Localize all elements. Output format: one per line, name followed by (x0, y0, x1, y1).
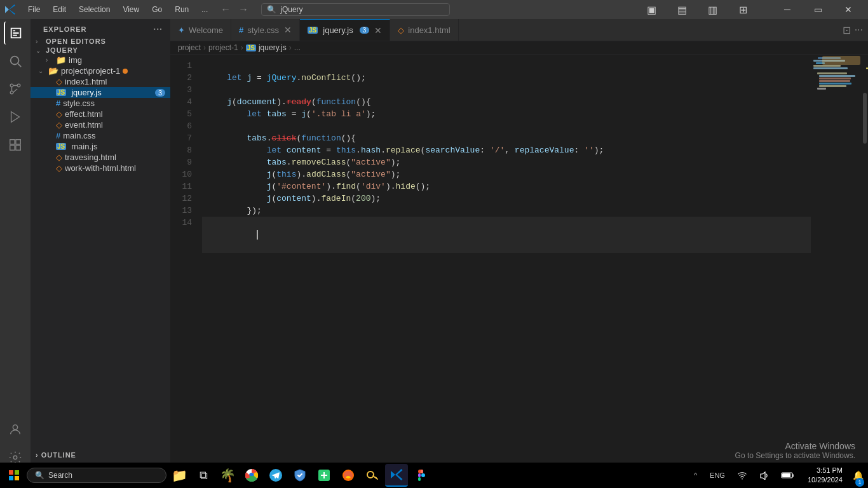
tab-actions: ⊡ ··· (837, 19, 868, 41)
svg-point-25 (421, 473, 425, 477)
outline-header[interactable]: › OUTLINE (31, 449, 170, 461)
breadcrumb-project1[interactable]: project-1 (208, 43, 238, 52)
taskbar-tray-arrow[interactable]: ^ (689, 463, 702, 488)
svg-point-10 (13, 425, 17, 430)
activity-extensions[interactable] (4, 133, 27, 156)
close-jqueryjs-icon[interactable]: ✕ (374, 25, 382, 36)
close-button[interactable]: ✕ (834, 0, 863, 19)
tree-item-jqueryjs[interactable]: JS jquery.js 3 (31, 87, 170, 98)
menu-go[interactable]: Go (147, 4, 167, 15)
taskbar-lang[interactable]: ENG (705, 463, 730, 488)
svg-rect-24 (418, 473, 421, 477)
breadcrumb-jqueryjs[interactable]: jquery.js (259, 43, 287, 52)
sidebar-more-icon[interactable]: ··· (153, 24, 163, 34)
svg-marker-5 (11, 112, 20, 123)
layout-right-icon[interactable]: ▥ (698, 0, 727, 19)
more-actions-icon[interactable]: ··· (855, 24, 863, 36)
taskbar-notification[interactable]: 🔔 1 (850, 463, 865, 488)
activity-source-control[interactable] (4, 78, 27, 100)
taskbar-task-view[interactable]: ⧉ (192, 464, 215, 487)
editor-scrollbar[interactable] (862, 55, 868, 474)
sidebar-icons: ··· (153, 24, 163, 34)
activity-account[interactable] (4, 418, 27, 441)
main-layout: EXPLORER ··· › OPEN EDITORS ⌄ JQUERY › 📁… (0, 19, 868, 474)
taskbar-keepass[interactable] (361, 464, 384, 487)
code-line-2: let j = jQuery.noConflict(); (202, 72, 811, 84)
breadcrumb-project[interactable]: project (178, 43, 201, 52)
svg-point-2 (10, 84, 13, 87)
tab-welcome[interactable]: ✦ Welcome (170, 19, 231, 41)
maximize-button[interactable]: ▭ (803, 0, 832, 19)
menu-more[interactable]: ... (196, 4, 213, 15)
breadcrumb: project › project-1 › JS jquery.js › ... (170, 41, 868, 55)
code-editor[interactable]: 12345 678910 11121314 let j = jQuery.noC… (170, 55, 868, 474)
taskbar-network-icon[interactable] (733, 463, 752, 488)
menu-edit[interactable]: Edit (48, 4, 71, 15)
taskbar-battery-icon[interactable] (776, 463, 800, 488)
taskbar-vscode[interactable] (385, 464, 408, 487)
close-stylecss-icon[interactable]: ✕ (284, 25, 292, 35)
activity-search[interactable] (4, 50, 27, 72)
titlebar: File Edit Selection View Go Run ... ← → … (0, 0, 868, 19)
activity-run-debug[interactable] (4, 105, 27, 128)
menu-view[interactable]: View (118, 4, 144, 15)
code-content[interactable]: let j = jQuery.noConflict(); j(document)… (202, 55, 811, 474)
taskbar-security[interactable] (288, 464, 311, 487)
svg-rect-9 (16, 146, 20, 150)
sidebar-title: EXPLORER ··· (31, 19, 170, 37)
split-editor-icon[interactable]: ⊡ (843, 24, 851, 36)
taskbar-search-icon: 🔍 (35, 471, 44, 480)
svg-point-22 (367, 471, 374, 478)
taskbar-clock[interactable]: 3:51 PM 10/29/2024 (803, 466, 848, 485)
layout-sidebar-icon[interactable]: ▣ (637, 0, 666, 19)
taskbar-app1[interactable]: 🌴 (216, 464, 239, 487)
code-line-13: }); (202, 205, 811, 217)
svg-rect-13 (15, 470, 19, 475)
menu-run[interactable]: Run (170, 4, 194, 15)
tree-item-effecthtml[interactable]: ◇ effect.html (31, 109, 170, 119)
code-line-12: j(content).fadeIn(200); (202, 193, 811, 205)
svg-rect-7 (16, 140, 20, 144)
svg-line-1 (18, 64, 21, 67)
menu-file[interactable]: File (23, 4, 45, 15)
tree-item-index1html[interactable]: ◇ index1.html (31, 76, 170, 87)
minimize-button[interactable]: ─ (773, 0, 802, 19)
breadcrumb-more[interactable]: ... (294, 43, 301, 52)
tree-item-workwithhtmlhtml[interactable]: ◇ work-with-html.html (31, 163, 170, 173)
taskbar-telegram[interactable] (264, 464, 287, 487)
nav-back-button[interactable]: ← (218, 4, 233, 15)
code-line-9: tabs.removeClass("active"); (202, 156, 811, 168)
tree-item-project[interactable]: ⌄ 📂 project\project-1 (31, 65, 170, 76)
open-editors-header[interactable]: › OPEN EDITORS (31, 37, 170, 46)
tree-item-mainjs[interactable]: JS main.js (31, 141, 170, 152)
start-button[interactable] (3, 464, 25, 487)
search-bar[interactable]: 🔍 (261, 3, 449, 16)
layout-grid-icon[interactable]: ⊞ (728, 0, 757, 19)
tab-jqueryjs[interactable]: JS jquery.js 3 ✕ (300, 19, 390, 41)
menu-bar: File Edit Selection View Go Run ... (23, 4, 213, 15)
search-input[interactable] (280, 5, 444, 14)
scrollbar-thumb[interactable] (863, 93, 867, 144)
taskbar-figma[interactable] (409, 464, 432, 487)
tab-stylecss[interactable]: # style.css ✕ (231, 19, 300, 41)
taskbar-sound-icon[interactable] (754, 463, 773, 488)
tab-index1html[interactable]: ◇ index1.html (390, 19, 458, 41)
nav-forward-button[interactable]: → (236, 4, 251, 15)
taskbar-search-label: Search (48, 471, 72, 480)
layout-panel-icon[interactable]: ▤ (667, 0, 696, 19)
menu-selection[interactable]: Selection (74, 4, 115, 15)
tree-item-eventhtml[interactable]: ◇ event.html (31, 119, 170, 130)
code-line-4: j(document).ready(function(){ (202, 96, 811, 108)
taskbar-app2[interactable] (313, 464, 336, 487)
code-line-6 (202, 120, 811, 132)
jquery-section-header[interactable]: ⌄ JQUERY (31, 46, 170, 55)
taskbar-chrome[interactable] (240, 464, 263, 487)
activity-explorer[interactable] (4, 22, 27, 44)
tree-item-stylecss[interactable]: # style.css (31, 98, 170, 109)
taskbar-firefox[interactable] (337, 464, 360, 487)
taskbar-search[interactable]: 🔍 Search (27, 468, 166, 483)
tree-item-maincss[interactable]: # main.css (31, 130, 170, 141)
tree-item-img[interactable]: › 📁 img (31, 55, 170, 65)
tree-item-travesinghtml[interactable]: ◇ travesing.html (31, 152, 170, 163)
taskbar-file-explorer[interactable]: 📁 (168, 464, 191, 487)
